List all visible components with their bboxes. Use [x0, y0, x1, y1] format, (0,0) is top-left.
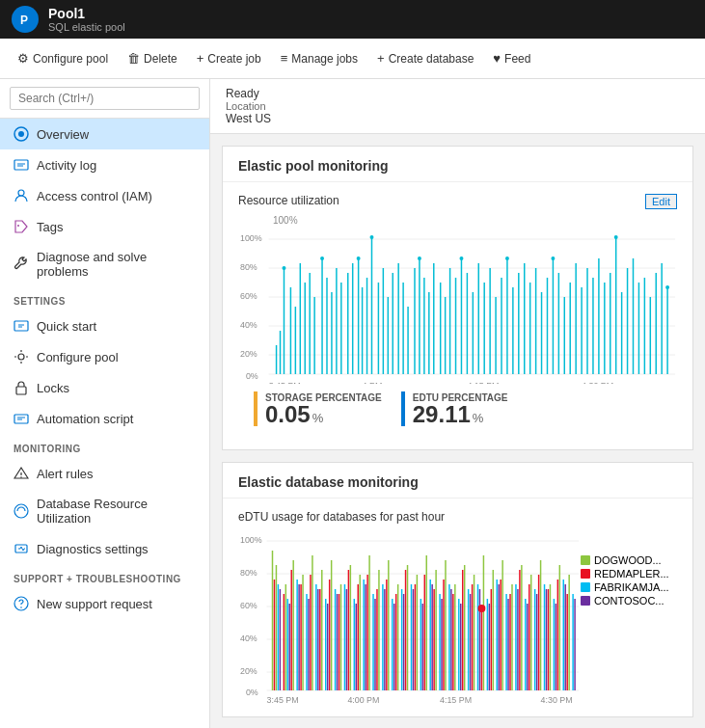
svg-point-14: [20, 476, 22, 478]
elastic-pool-title: Elastic pool monitoring: [223, 147, 692, 182]
diagnostics-icon: [14, 541, 29, 556]
edtu-unit: %: [473, 411, 484, 425]
svg-text:40%: 40%: [240, 320, 258, 330]
wrench-icon: [14, 256, 29, 272]
activity-icon: [14, 157, 29, 173]
edtu-value: 29.11: [413, 403, 471, 426]
legend-redmapler: REDMAPLER...: [581, 568, 669, 580]
db-legend: DOGWOOD... REDMAPLER... FABRIKAMJA...: [581, 531, 677, 705]
monitoring-section-header: MONITORING: [0, 434, 209, 458]
svg-point-18: [20, 607, 22, 608]
storage-bar: [254, 391, 258, 426]
svg-point-10: [18, 354, 24, 360]
toolbar: ⚙ Configure pool 🗑 Delete + Create job ≡…: [0, 39, 705, 79]
main-layout: Overview Activity log Access control (IA…: [0, 79, 705, 728]
app-logo: P: [12, 6, 39, 33]
feed-button[interactable]: ♥ Feed: [483, 47, 540, 69]
resource-chart-container: Resource utilization Edit 100% 100% 80%: [223, 182, 692, 449]
svg-point-8: [17, 225, 19, 227]
svg-text:60%: 60%: [240, 601, 258, 610]
svg-text:0%: 0%: [246, 688, 258, 697]
svg-point-7: [18, 190, 24, 196]
edit-button[interactable]: Edit: [645, 194, 677, 209]
svg-point-108: [418, 256, 421, 260]
svg-text:20%: 20%: [240, 666, 258, 676]
db-chart-title: eDTU usage for databases for past hour: [238, 510, 677, 524]
resource-type: SQL elastic pool: [48, 21, 125, 33]
manage-jobs-button[interactable]: ≡ Manage jobs: [271, 47, 367, 69]
app-header: P Pool1 SQL elastic pool: [0, 0, 705, 39]
svg-point-113: [665, 285, 669, 289]
legend-dogwood: DOGWOOD...: [581, 554, 669, 566]
legend-dot-fabrikamja: [581, 582, 590, 592]
sidebar-item-quick-start[interactable]: Quick start: [0, 310, 209, 341]
resource-chart-title: Resource utilization: [238, 194, 339, 207]
sidebar-item-support[interactable]: New support request: [0, 588, 209, 619]
db-chart-wrapper: 100% 80% 60% 40% 20% 0%: [238, 531, 677, 705]
legend-dot-dogwood: [581, 555, 590, 565]
svg-text:4:15 PM: 4:15 PM: [440, 695, 472, 705]
svg-text:20%: 20%: [240, 349, 258, 359]
lock-icon: [14, 380, 29, 395]
elastic-db-section: Elastic database monitoring eDTU usage f…: [222, 462, 693, 717]
sidebar-item-activity-log[interactable]: Activity log: [0, 149, 209, 180]
search-input[interactable]: [10, 87, 200, 110]
svg-text:4 PM: 4 PM: [363, 381, 383, 384]
svg-text:100%: 100%: [240, 535, 262, 545]
delete-button[interactable]: 🗑 Delete: [118, 47, 187, 69]
sidebar-item-db-resource[interactable]: Database Resource Utilization: [0, 489, 209, 533]
legend-dot-redmapler: [581, 569, 590, 579]
sidebar-item-automation[interactable]: Automation script: [0, 403, 209, 434]
svg-point-15: [14, 504, 28, 518]
y-label-100: 100%: [273, 215, 298, 226]
sidebar-item-tags[interactable]: Tags: [0, 211, 209, 242]
svg-text:0%: 0%: [246, 371, 258, 381]
svg-text:3:45 PM: 3:45 PM: [269, 381, 301, 384]
sidebar: Overview Activity log Access control (IA…: [0, 79, 210, 728]
svg-point-3: [18, 131, 24, 137]
create-database-button[interactable]: + Create database: [367, 47, 483, 69]
metrics-row: STORAGE PERCENTAGE 0.05 % EDTU PERCENTAG…: [238, 384, 677, 438]
search-box: [0, 79, 209, 119]
svg-text:3:45 PM: 3:45 PM: [267, 695, 299, 705]
svg-point-112: [614, 235, 618, 239]
edtu-bar: [401, 391, 405, 426]
create-job-button[interactable]: + Create job: [187, 47, 271, 69]
support-icon: [14, 596, 29, 611]
status-bar: Ready Location West US: [210, 79, 705, 134]
svg-point-106: [357, 256, 361, 260]
svg-point-104: [283, 266, 286, 270]
sidebar-item-diagnostics[interactable]: Diagnostics settings: [0, 533, 209, 564]
gear-icon: ⚙: [17, 51, 29, 66]
svg-point-107: [370, 235, 374, 239]
edtu-metric: EDTU PERCENTAGE 29.11 %: [401, 391, 528, 426]
sidebar-item-configure-pool[interactable]: Configure pool: [0, 341, 209, 372]
sidebar-item-alert-rules[interactable]: Alert rules: [0, 458, 209, 489]
resource-name: Pool1: [48, 6, 125, 21]
resource-status: Ready: [226, 87, 690, 100]
sidebar-item-overview[interactable]: Overview: [0, 119, 209, 149]
svg-text:80%: 80%: [240, 568, 258, 578]
configure-pool-button[interactable]: ⚙ Configure pool: [8, 47, 118, 69]
support-section-header: SUPPORT + TROUBLESHOOTING: [0, 564, 209, 588]
location-label: Location: [226, 100, 690, 112]
overview-icon: [14, 126, 29, 142]
svg-rect-9: [14, 321, 28, 331]
plus-icon: +: [197, 51, 204, 66]
sidebar-item-diagnose[interactable]: Diagnose and solve problems: [0, 242, 209, 286]
sidebar-item-iam[interactable]: Access control (IAM): [0, 180, 209, 211]
alert-icon: [14, 466, 29, 481]
db-chart-container: eDTU usage for databases for past hour 1…: [223, 499, 692, 716]
sidebar-item-locks[interactable]: Locks: [0, 372, 209, 403]
svg-text:4:15 PM: 4:15 PM: [467, 381, 499, 384]
quickstart-icon: [14, 318, 29, 334]
configure-icon: [14, 349, 29, 364]
app-title-group: Pool1 SQL elastic pool: [48, 6, 125, 33]
svg-point-109: [459, 256, 463, 260]
storage-value: 0.05: [265, 403, 311, 426]
storage-info: STORAGE PERCENTAGE 0.05 %: [265, 392, 382, 426]
svg-rect-11: [16, 387, 26, 394]
tags-icon: [14, 219, 29, 234]
svg-text:P: P: [20, 13, 28, 27]
svg-text:60%: 60%: [240, 291, 258, 301]
